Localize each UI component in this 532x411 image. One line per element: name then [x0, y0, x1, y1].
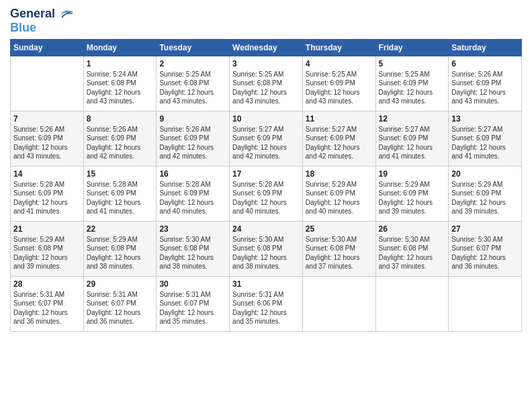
calendar-cell: 24Sunrise: 5:30 AMSunset: 6:08 PMDayligh… — [230, 221, 303, 276]
calendar-cell: 28Sunrise: 5:31 AMSunset: 6:07 PMDayligh… — [11, 276, 84, 331]
weekday-header: Saturday — [449, 39, 522, 56]
cell-text: Sunrise: 5:29 AMSunset: 6:08 PMDaylight:… — [13, 236, 68, 271]
day-number: 18 — [306, 169, 373, 179]
cell-text: Sunrise: 5:25 AMSunset: 6:08 PMDaylight:… — [159, 71, 214, 105]
cell-text: Sunrise: 5:28 AMSunset: 6:09 PMDaylight:… — [87, 181, 141, 216]
day-number: 30 — [159, 279, 226, 289]
page-header: General Blue — [10, 7, 522, 35]
weekday-header: Tuesday — [157, 39, 230, 56]
weekday-header: Wednesday — [230, 39, 303, 56]
day-number: 29 — [87, 279, 154, 289]
calendar-cell: 19Sunrise: 5:29 AMSunset: 6:09 PMDayligh… — [375, 166, 449, 221]
calendar-cell: 25Sunrise: 5:30 AMSunset: 6:08 PMDayligh… — [302, 221, 375, 276]
day-number: 21 — [13, 224, 81, 234]
calendar-cell: 6Sunrise: 5:26 AMSunset: 6:09 PMDaylight… — [449, 56, 522, 111]
calendar-cell — [302, 276, 375, 331]
day-number: 13 — [451, 114, 519, 124]
calendar-cell: 14Sunrise: 5:28 AMSunset: 6:09 PMDayligh… — [11, 166, 84, 221]
weekday-header: Friday — [375, 39, 449, 56]
calendar-cell: 31Sunrise: 5:31 AMSunset: 6:06 PMDayligh… — [230, 276, 303, 331]
day-number: 14 — [13, 169, 81, 179]
cell-text: Sunrise: 5:30 AMSunset: 6:08 PMDaylight:… — [232, 236, 287, 271]
cell-text: Sunrise: 5:25 AMSunset: 6:09 PMDaylight:… — [379, 71, 433, 105]
calendar-cell: 17Sunrise: 5:28 AMSunset: 6:09 PMDayligh… — [230, 166, 303, 221]
day-number: 31 — [232, 279, 300, 289]
calendar-cell: 10Sunrise: 5:27 AMSunset: 6:09 PMDayligh… — [230, 111, 303, 166]
cell-text: Sunrise: 5:29 AMSunset: 6:08 PMDaylight:… — [87, 236, 141, 271]
calendar-table: SundayMondayTuesdayWednesdayThursdayFrid… — [10, 39, 522, 332]
day-number: 7 — [13, 114, 81, 124]
calendar-cell: 18Sunrise: 5:29 AMSunset: 6:09 PMDayligh… — [302, 166, 375, 221]
calendar-cell: 26Sunrise: 5:30 AMSunset: 6:08 PMDayligh… — [375, 221, 449, 276]
calendar-cell: 21Sunrise: 5:29 AMSunset: 6:08 PMDayligh… — [11, 221, 84, 276]
cell-text: Sunrise: 5:26 AMSunset: 6:09 PMDaylight:… — [87, 126, 141, 161]
calendar-cell: 20Sunrise: 5:29 AMSunset: 6:09 PMDayligh… — [449, 166, 522, 221]
cell-text: Sunrise: 5:31 AMSunset: 6:07 PMDaylight:… — [13, 291, 68, 326]
day-number: 19 — [379, 169, 446, 179]
calendar-cell: 2Sunrise: 5:25 AMSunset: 6:08 PMDaylight… — [157, 56, 230, 111]
day-number: 28 — [13, 279, 81, 289]
calendar-cell: 1Sunrise: 5:24 AMSunset: 6:08 PMDaylight… — [83, 56, 157, 111]
logo: General Blue — [10, 7, 75, 35]
day-number: 1 — [87, 59, 154, 68]
cell-text: Sunrise: 5:27 AMSunset: 6:09 PMDaylight:… — [306, 126, 360, 161]
calendar-cell: 29Sunrise: 5:31 AMSunset: 6:07 PMDayligh… — [83, 276, 157, 331]
cell-text: Sunrise: 5:25 AMSunset: 6:09 PMDaylight:… — [306, 71, 360, 105]
cell-text: Sunrise: 5:30 AMSunset: 6:08 PMDaylight:… — [306, 236, 360, 271]
logo-bird-icon — [56, 7, 75, 21]
day-number: 25 — [306, 224, 373, 234]
cell-text: Sunrise: 5:28 AMSunset: 6:09 PMDaylight:… — [13, 181, 68, 216]
day-number: 23 — [159, 224, 226, 234]
calendar-cell: 8Sunrise: 5:26 AMSunset: 6:09 PMDaylight… — [83, 111, 157, 166]
cell-text: Sunrise: 5:25 AMSunset: 6:08 PMDaylight:… — [232, 71, 287, 105]
day-number: 3 — [232, 59, 300, 68]
calendar-cell: 5Sunrise: 5:25 AMSunset: 6:09 PMDaylight… — [375, 56, 449, 111]
calendar-cell: 22Sunrise: 5:29 AMSunset: 6:08 PMDayligh… — [83, 221, 157, 276]
cell-text: Sunrise: 5:31 AMSunset: 6:07 PMDaylight:… — [159, 291, 214, 326]
calendar-cell: 30Sunrise: 5:31 AMSunset: 6:07 PMDayligh… — [157, 276, 230, 331]
day-number: 22 — [87, 224, 154, 234]
calendar-cell: 7Sunrise: 5:26 AMSunset: 6:09 PMDaylight… — [11, 111, 84, 166]
calendar-cell: 12Sunrise: 5:27 AMSunset: 6:09 PMDayligh… — [375, 111, 449, 166]
day-number: 10 — [232, 114, 300, 124]
cell-text: Sunrise: 5:29 AMSunset: 6:09 PMDaylight:… — [451, 181, 506, 216]
weekday-header: Sunday — [11, 39, 84, 56]
day-number: 9 — [159, 114, 226, 124]
cell-text: Sunrise: 5:31 AMSunset: 6:07 PMDaylight:… — [87, 291, 141, 326]
calendar-cell: 27Sunrise: 5:30 AMSunset: 6:07 PMDayligh… — [449, 221, 522, 276]
cell-text: Sunrise: 5:26 AMSunset: 6:09 PMDaylight:… — [451, 71, 506, 105]
cell-text: Sunrise: 5:28 AMSunset: 6:09 PMDaylight:… — [232, 181, 287, 216]
day-number: 15 — [87, 169, 154, 179]
cell-text: Sunrise: 5:30 AMSunset: 6:08 PMDaylight:… — [379, 236, 433, 271]
cell-text: Sunrise: 5:29 AMSunset: 6:09 PMDaylight:… — [306, 181, 360, 216]
calendar-cell: 13Sunrise: 5:27 AMSunset: 6:09 PMDayligh… — [449, 111, 522, 166]
day-number: 8 — [87, 114, 154, 124]
weekday-header: Thursday — [302, 39, 375, 56]
cell-text: Sunrise: 5:28 AMSunset: 6:09 PMDaylight:… — [159, 181, 214, 216]
day-number: 20 — [451, 169, 519, 179]
logo-text: General Blue — [10, 7, 75, 35]
calendar-cell: 9Sunrise: 5:26 AMSunset: 6:09 PMDaylight… — [157, 111, 230, 166]
day-number: 2 — [159, 59, 226, 68]
day-number: 16 — [159, 169, 226, 179]
calendar-cell — [11, 56, 84, 111]
calendar-cell: 16Sunrise: 5:28 AMSunset: 6:09 PMDayligh… — [157, 166, 230, 221]
cell-text: Sunrise: 5:27 AMSunset: 6:09 PMDaylight:… — [232, 126, 287, 161]
calendar-cell: 11Sunrise: 5:27 AMSunset: 6:09 PMDayligh… — [302, 111, 375, 166]
day-number: 26 — [379, 224, 446, 234]
calendar-cell — [375, 276, 449, 331]
calendar-cell: 23Sunrise: 5:30 AMSunset: 6:08 PMDayligh… — [157, 221, 230, 276]
cell-text: Sunrise: 5:30 AMSunset: 6:08 PMDaylight:… — [159, 236, 214, 271]
day-number: 5 — [379, 59, 446, 68]
day-number: 4 — [306, 59, 373, 68]
cell-text: Sunrise: 5:27 AMSunset: 6:09 PMDaylight:… — [379, 126, 433, 161]
calendar-cell: 4Sunrise: 5:25 AMSunset: 6:09 PMDaylight… — [302, 56, 375, 111]
calendar-cell — [449, 276, 522, 331]
calendar-cell: 3Sunrise: 5:25 AMSunset: 6:08 PMDaylight… — [230, 56, 303, 111]
cell-text: Sunrise: 5:27 AMSunset: 6:09 PMDaylight:… — [451, 126, 506, 161]
cell-text: Sunrise: 5:29 AMSunset: 6:09 PMDaylight:… — [379, 181, 433, 216]
day-number: 11 — [306, 114, 373, 124]
day-number: 6 — [451, 59, 519, 68]
weekday-header: Monday — [83, 39, 157, 56]
cell-text: Sunrise: 5:31 AMSunset: 6:06 PMDaylight:… — [232, 291, 287, 326]
